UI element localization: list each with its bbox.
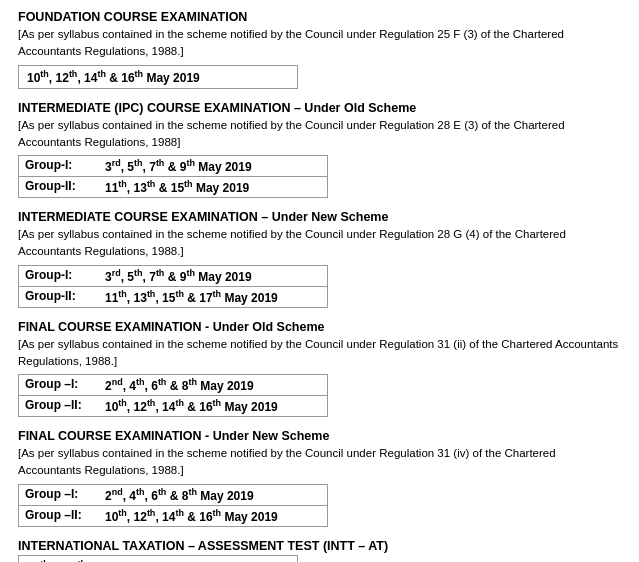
ipc-schedule-grid: Group-I: 3rd, 5th, 7th & 9th May 2019 Gr…: [18, 155, 328, 198]
final-old-group2-dates: 10th, 12th, 14th & 16th May 2019: [105, 398, 321, 414]
section-final-old-desc: [As per syllabus contained in the scheme…: [18, 336, 621, 371]
section-ipc: INTERMEDIATE (IPC) COURSE EXAMINATION – …: [18, 101, 621, 201]
section-int-new-desc: [As per syllabus contained in the scheme…: [18, 226, 621, 261]
section-final-new-title: FINAL COURSE EXAMINATION - Under New Sch…: [18, 429, 621, 443]
ipc-group1-dates: 3rd, 5th, 7th & 9th May 2019: [105, 158, 321, 174]
ipc-row-1: Group-I: 3rd, 5th, 7th & 9th May 2019: [19, 156, 327, 177]
int-new-row-1: Group-I: 3rd, 5th, 7th & 9th May 2019: [19, 266, 327, 287]
final-new-group1-label: Group –I:: [25, 487, 105, 503]
final-old-group1-label: Group –I:: [25, 377, 105, 393]
int-new-row-2: Group-II: 11th, 13th, 15th & 17th May 20…: [19, 287, 327, 307]
section-intermediate-new: INTERMEDIATE COURSE EXAMINATION – Under …: [18, 210, 621, 310]
section-final-old-title: FINAL COURSE EXAMINATION - Under Old Sch…: [18, 320, 621, 334]
ipc-row-2: Group-II: 11th, 13th & 15th May 2019: [19, 177, 327, 197]
final-new-schedule-grid: Group –I: 2nd, 4th, 6th & 8th May 2019 G…: [18, 484, 328, 527]
page-container: FOUNDATION COURSE EXAMINATION [As per sy…: [0, 0, 639, 562]
section-intt: INTERNATIONAL TAXATION – ASSESSMENT TEST…: [18, 539, 621, 563]
final-new-row-2: Group –II: 10th, 12th, 14th & 16th May 2…: [19, 506, 327, 526]
final-new-group2-dates: 10th, 12th, 14th & 16th May 2019: [105, 508, 321, 524]
final-old-row-1: Group –I: 2nd, 4th, 6th & 8th May 2019: [19, 375, 327, 396]
section-final-old: FINAL COURSE EXAMINATION - Under Old Sch…: [18, 320, 621, 420]
section-foundation: FOUNDATION COURSE EXAMINATION [As per sy…: [18, 10, 621, 91]
int-new-schedule-grid: Group-I: 3rd, 5th, 7th & 9th May 2019 Gr…: [18, 265, 328, 308]
final-old-schedule-grid: Group –I: 2nd, 4th, 6th & 8th May 2019 G…: [18, 374, 328, 417]
int-new-group1-label: Group-I:: [25, 268, 105, 284]
section-final-new: FINAL COURSE EXAMINATION - Under New Sch…: [18, 429, 621, 529]
section-ipc-title: INTERMEDIATE (IPC) COURSE EXAMINATION – …: [18, 101, 621, 115]
section-foundation-desc: [As per syllabus contained in the scheme…: [18, 26, 621, 61]
section-int-new-title: INTERMEDIATE COURSE EXAMINATION – Under …: [18, 210, 621, 224]
ipc-group2-dates: 11th, 13th & 15th May 2019: [105, 179, 321, 195]
final-new-group1-dates: 2nd, 4th, 6th & 8th May 2019: [105, 487, 321, 503]
int-new-group1-dates: 3rd, 5th, 7th & 9th May 2019: [105, 268, 321, 284]
section-ipc-desc: [As per syllabus contained in the scheme…: [18, 117, 621, 152]
final-new-group2-label: Group –II:: [25, 508, 105, 524]
final-old-row-2: Group –II: 10th, 12th, 14th & 16th May 2…: [19, 396, 327, 416]
int-new-group2-dates: 11th, 13th, 15th & 17th May 2019: [105, 289, 321, 305]
final-old-group2-label: Group –II:: [25, 398, 105, 414]
foundation-schedule: 10th, 12th, 14th & 16th May 2019: [18, 65, 298, 89]
section-foundation-title: FOUNDATION COURSE EXAMINATION: [18, 10, 621, 24]
section-intt-title: INTERNATIONAL TAXATION – ASSESSMENT TEST…: [18, 539, 621, 553]
ipc-group2-label: Group-II:: [25, 179, 105, 195]
final-new-row-1: Group –I: 2nd, 4th, 6th & 8th May 2019: [19, 485, 327, 506]
int-new-group2-label: Group-II:: [25, 289, 105, 305]
ipc-group1-label: Group-I:: [25, 158, 105, 174]
final-old-group1-dates: 2nd, 4th, 6th & 8th May 2019: [105, 377, 321, 393]
section-final-new-desc: [As per syllabus contained in the scheme…: [18, 445, 621, 480]
intt-schedule: 10th & 12th May 2019: [18, 555, 298, 563]
